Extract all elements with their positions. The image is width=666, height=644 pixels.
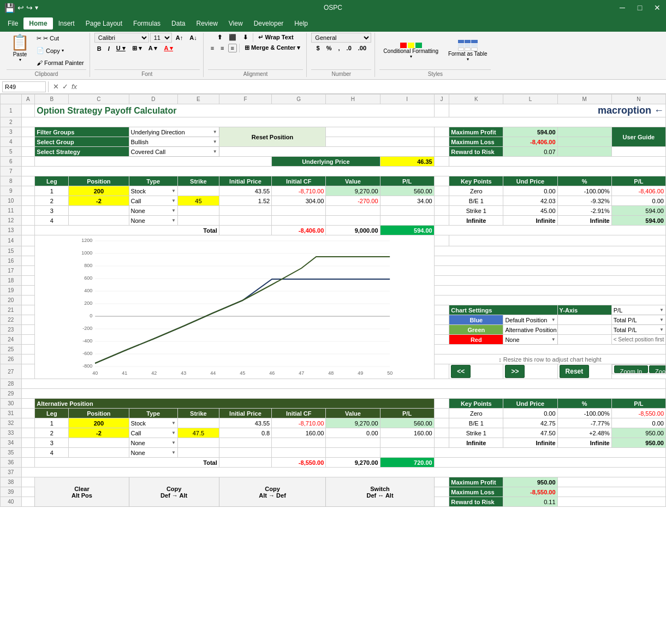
leg4-initial-cf [272, 216, 326, 226]
currency-btn[interactable]: $ [314, 44, 323, 52]
cancel-icon[interactable]: ✕ [53, 82, 59, 91]
next-btn[interactable]: >> [505, 365, 525, 378]
clear-alt-pos-btn[interactable]: ClearAlt Pos [35, 477, 129, 507]
blue-metric-select[interactable]: Total P/L▼ [611, 315, 665, 325]
menu-formulas[interactable]: Formulas [128, 17, 166, 29]
kp-zero-price: 0.00 [503, 186, 557, 196]
red-metric-select[interactable]: < Select position first▼ [611, 335, 665, 345]
menu-help[interactable]: Help [289, 17, 313, 29]
leg1-strike[interactable] [178, 186, 219, 196]
leg1-type[interactable]: Stock▼ [129, 186, 178, 196]
align-middle-btn[interactable]: ⬛ [226, 33, 239, 42]
leg2-strike[interactable]: 45 [178, 196, 219, 206]
svg-text:400: 400 [84, 288, 92, 293]
reset-position-btn[interactable]: Reset Position [219, 127, 326, 147]
align-bottom-btn[interactable]: ⬇ [240, 33, 251, 42]
leg4-type[interactable]: None▼ [129, 216, 178, 226]
red-position-select[interactable]: None▼ [503, 335, 557, 345]
function-icon[interactable]: fx [72, 82, 77, 91]
menu-insert[interactable]: Insert [53, 17, 80, 29]
select-strategy-arrow[interactable]: ▼ [213, 149, 217, 154]
leg2-position[interactable]: -2 [69, 196, 129, 206]
conditional-formatting-btn[interactable]: Conditional Formatting ▾ [379, 36, 442, 66]
leg2-initial-price[interactable]: 1.52 [219, 196, 271, 206]
select-strategy-select-cell[interactable]: Covered Call ▼ [129, 147, 219, 157]
align-left-btn[interactable]: ≡ [208, 44, 217, 52]
menu-bar: File Home Insert Page Layout Formulas Da… [0, 15, 666, 32]
restore-btn[interactable]: □ [631, 0, 649, 15]
decrease-decimal-btn[interactable]: .00 [355, 44, 369, 52]
leg4-initial-price[interactable] [219, 216, 271, 226]
filter-groups-select-cell[interactable]: Underlying Direction ▼ [129, 127, 219, 137]
close-btn[interactable]: ✕ [649, 0, 666, 15]
leg3-type[interactable]: None▼ [129, 206, 178, 216]
cell-a1[interactable] [21, 104, 35, 117]
leg3-initial-price[interactable] [219, 206, 271, 216]
underline-btn[interactable]: U ▾ [114, 44, 128, 53]
align-top-btn[interactable]: ⬆ [215, 33, 225, 42]
clipboard-group: 📋 Paste ▾ ✂ ✂ Cut 📄 Copy ▾ 🖌 Format Pain… [3, 33, 90, 77]
menu-data[interactable]: Data [166, 17, 191, 29]
copy-button[interactable]: 📄 Copy ▾ [34, 46, 86, 55]
font-name-select[interactable]: Calibri [94, 33, 149, 43]
increase-decimal-btn[interactable]: .0 [344, 44, 354, 52]
zoom-in-btn[interactable]: Zoom In [614, 365, 648, 373]
zoom-out-btn[interactable]: Zoom Out [649, 365, 665, 373]
menu-file[interactable]: File [2, 17, 23, 29]
leg3-strike[interactable] [178, 206, 219, 216]
format-painter-button[interactable]: 🖌 Format Painter [34, 58, 86, 67]
copy-def-to-alt-btn[interactable]: CopyDef → Alt [129, 477, 219, 507]
font-color-btn[interactable]: A ▾ [161, 44, 176, 53]
select-group-select-cell[interactable]: Bullish ▼ [129, 137, 219, 147]
underlying-price-value[interactable]: 46.35 [380, 157, 434, 167]
align-right-btn[interactable]: ≡ [228, 44, 237, 52]
row-num-1: 1 [1, 104, 22, 117]
leg2-type[interactable]: Call▼ [129, 196, 178, 206]
font-size-select[interactable]: 11 [150, 33, 172, 43]
user-guide-btn[interactable]: User Guide [611, 127, 665, 147]
percent-btn[interactable]: % [324, 44, 335, 52]
filter-groups-arrow[interactable]: ▼ [213, 129, 217, 134]
leg4-position[interactable] [69, 216, 129, 226]
leg1-initial-price[interactable]: 43.55 [219, 186, 271, 196]
wrap-text-btn[interactable]: ↵ Wrap Text [255, 33, 296, 42]
decrease-font-btn[interactable]: A↓ [187, 33, 199, 42]
leg1-position[interactable]: 200 [69, 186, 129, 196]
minimize-btn[interactable]: ─ [614, 0, 631, 15]
y-axis-select[interactable]: P/L ▼ [611, 305, 665, 315]
paste-button[interactable]: 📋 Paste ▾ [7, 33, 33, 62]
sheet-scroll[interactable]: A B C D E F G H I J K L M N [0, 94, 666, 644]
fill-color-btn[interactable]: A ▾ [146, 44, 160, 53]
format-as-table-btn[interactable]: Format as Table ▾ [444, 36, 491, 66]
name-box[interactable] [2, 81, 46, 92]
menu-developer[interactable]: Developer [248, 17, 289, 29]
comma-btn[interactable]: , [336, 44, 343, 52]
blue-position-select[interactable]: Default Position▼ [503, 315, 557, 325]
borders-btn[interactable]: ⊞ ▾ [129, 44, 145, 53]
green-metric-select[interactable]: Total P/L▼ [611, 325, 665, 335]
switch-def-btn[interactable]: SwitchDef ↔ Alt [326, 477, 434, 507]
leg4-strike[interactable] [178, 216, 219, 226]
green-position-select[interactable]: Alternative Position▼ [503, 325, 557, 335]
menu-home[interactable]: Home [23, 17, 52, 29]
number-format-select[interactable]: General Number Currency [311, 33, 371, 43]
alt-kp-strike1-pct: +2.48% [557, 428, 611, 438]
increase-font-btn[interactable]: A↑ [173, 33, 186, 42]
prev-btn[interactable]: << [451, 365, 471, 378]
menu-pagelayout[interactable]: Page Layout [80, 17, 128, 29]
kp-infinite-pl: 594.00 [611, 216, 665, 226]
menu-review[interactable]: Review [191, 17, 223, 29]
italic-btn[interactable]: I [105, 44, 112, 53]
reset-chart-btn[interactable]: Reset [560, 365, 590, 378]
select-group-arrow[interactable]: ▼ [213, 139, 217, 144]
menu-view[interactable]: View [223, 17, 248, 29]
cut-button[interactable]: ✂ ✂ Cut [34, 34, 86, 43]
bold-btn[interactable]: B [94, 44, 104, 53]
confirm-icon[interactable]: ✓ [62, 82, 68, 91]
copy-alt-to-def-btn[interactable]: CopyAlt → Def [219, 477, 326, 507]
merge-center-btn[interactable]: ⊞ Merge & Center ▾ [242, 43, 303, 52]
col-pl: P/L [380, 176, 434, 186]
leg3-position[interactable] [69, 206, 129, 216]
formula-input[interactable] [81, 84, 664, 90]
align-center-btn[interactable]: ≡ [218, 44, 227, 52]
